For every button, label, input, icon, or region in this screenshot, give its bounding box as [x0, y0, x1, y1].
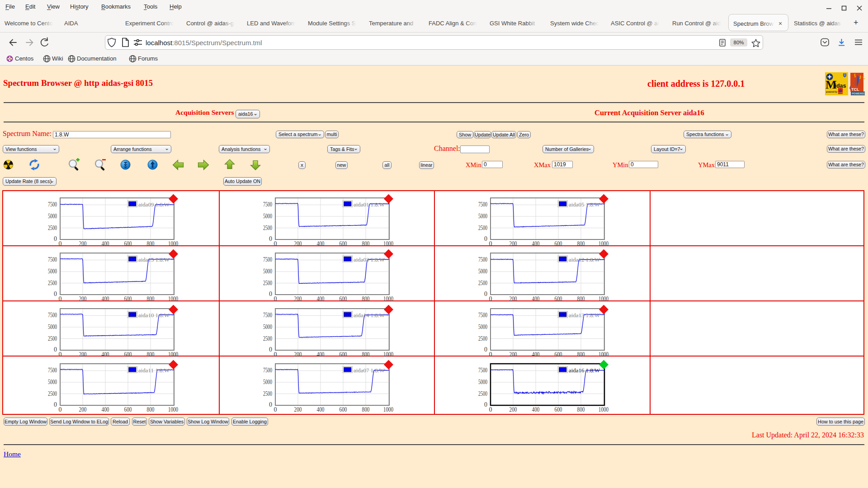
svg-text:0: 0 — [269, 346, 272, 353]
svg-text:2500: 2500 — [48, 225, 57, 231]
svg-text:0: 0 — [274, 406, 277, 413]
svg-text:aida14 1.8.W: aida14 1.8.W — [354, 311, 385, 318]
svg-text:5000: 5000 — [48, 268, 57, 275]
svg-text:0: 0 — [54, 235, 57, 242]
svg-text:0: 0 — [269, 401, 272, 408]
svg-text:2500: 2500 — [478, 225, 487, 231]
svg-text:0: 0 — [484, 235, 487, 242]
svg-text:aida15 1.8.W: aida15 1.8.W — [138, 256, 170, 263]
svg-text:aida01 1.8.W: aida01 1.8.W — [354, 201, 385, 208]
svg-text:5000: 5000 — [263, 268, 272, 275]
svg-text:5000: 5000 — [263, 324, 272, 330]
svg-text:5000: 5000 — [48, 213, 57, 220]
svg-text:1000: 1000 — [383, 406, 393, 413]
svg-text:aida13 1.8.W: aida13 1.8.W — [569, 311, 600, 318]
svg-text:2500: 2500 — [263, 335, 272, 342]
svg-text:powered by: powered by — [826, 91, 838, 93]
svg-text:2500: 2500 — [48, 335, 57, 342]
svg-text:0: 0 — [269, 291, 272, 297]
svg-text:2500: 2500 — [478, 390, 487, 397]
svg-text:0: 0 — [54, 401, 57, 408]
svg-text:200: 200 — [509, 406, 517, 413]
svg-text:0: 0 — [484, 346, 487, 353]
svg-text:400: 400 — [316, 406, 324, 413]
svg-text:5000: 5000 — [48, 379, 57, 385]
svg-text:aida11 1.8.W: aida11 1.8.W — [138, 366, 170, 373]
svg-text:2500: 2500 — [48, 390, 57, 397]
svg-text:800: 800 — [146, 406, 154, 413]
svg-text:600: 600 — [554, 406, 562, 413]
svg-text:5000: 5000 — [478, 324, 487, 330]
svg-text:800: 800 — [362, 406, 369, 413]
svg-text:7500: 7500 — [48, 312, 57, 319]
svg-text:1000: 1000 — [168, 406, 178, 413]
svg-text:7500: 7500 — [48, 367, 57, 374]
svg-text:5000: 5000 — [478, 268, 487, 275]
svg-text:600: 600 — [339, 406, 347, 413]
svg-text:idas: idas — [835, 83, 846, 89]
svg-text:1000: 1000 — [598, 406, 608, 413]
svg-text:POWERED: POWERED — [852, 92, 865, 95]
svg-text:5000: 5000 — [478, 379, 487, 385]
svg-text:200: 200 — [294, 406, 302, 413]
svg-text:aida12 1.8.W: aida12 1.8.W — [569, 256, 600, 263]
svg-text:0: 0 — [489, 406, 492, 413]
svg-text:5000: 5000 — [263, 213, 272, 220]
svg-text:POWER: POWER — [839, 92, 844, 94]
svg-text:7500: 7500 — [478, 367, 487, 374]
svg-text:7500: 7500 — [478, 312, 487, 319]
svg-text:aida07 1.8.W: aida07 1.8.W — [354, 366, 385, 373]
svg-text:5000: 5000 — [478, 213, 487, 220]
svg-text:7500: 7500 — [263, 257, 272, 263]
svg-text:7500: 7500 — [478, 201, 487, 208]
svg-text:2500: 2500 — [263, 280, 272, 286]
svg-text:aida16 1.8.W: aida16 1.8.W — [569, 366, 600, 373]
svg-text:2500: 2500 — [48, 280, 57, 286]
svg-text:0: 0 — [484, 401, 487, 408]
svg-text:aida05 1.8.W: aida05 1.8.W — [569, 201, 600, 208]
svg-text:7500: 7500 — [478, 257, 487, 263]
svg-text:2500: 2500 — [478, 335, 487, 342]
svg-text:0: 0 — [54, 291, 57, 297]
svg-text:7500: 7500 — [48, 201, 57, 208]
svg-text:0: 0 — [58, 406, 61, 413]
svg-text:7500: 7500 — [263, 312, 272, 319]
svg-text:aida09 1.8.W: aida09 1.8.W — [138, 201, 170, 208]
svg-text:2500: 2500 — [263, 390, 272, 397]
svg-text:aida10 1.8.W: aida10 1.8.W — [138, 311, 170, 318]
svg-text:0: 0 — [54, 346, 57, 353]
svg-text:400: 400 — [532, 406, 539, 413]
svg-text:200: 200 — [79, 406, 86, 413]
svg-text:2500: 2500 — [478, 280, 487, 286]
svg-text:7500: 7500 — [263, 367, 272, 374]
svg-text:0: 0 — [484, 291, 487, 297]
svg-text:600: 600 — [124, 406, 132, 413]
svg-text:0: 0 — [269, 235, 272, 242]
svg-text:aida03 1.8.W: aida03 1.8.W — [354, 256, 385, 263]
svg-text:7500: 7500 — [263, 201, 272, 208]
svg-text:7500: 7500 — [48, 257, 57, 263]
svg-text:800: 800 — [577, 406, 585, 413]
svg-text:5000: 5000 — [263, 379, 272, 385]
svg-text:400: 400 — [101, 406, 109, 413]
svg-text:2500: 2500 — [263, 225, 272, 231]
svg-text:TCL: TCL — [851, 87, 859, 92]
svg-text:5000: 5000 — [48, 324, 57, 330]
